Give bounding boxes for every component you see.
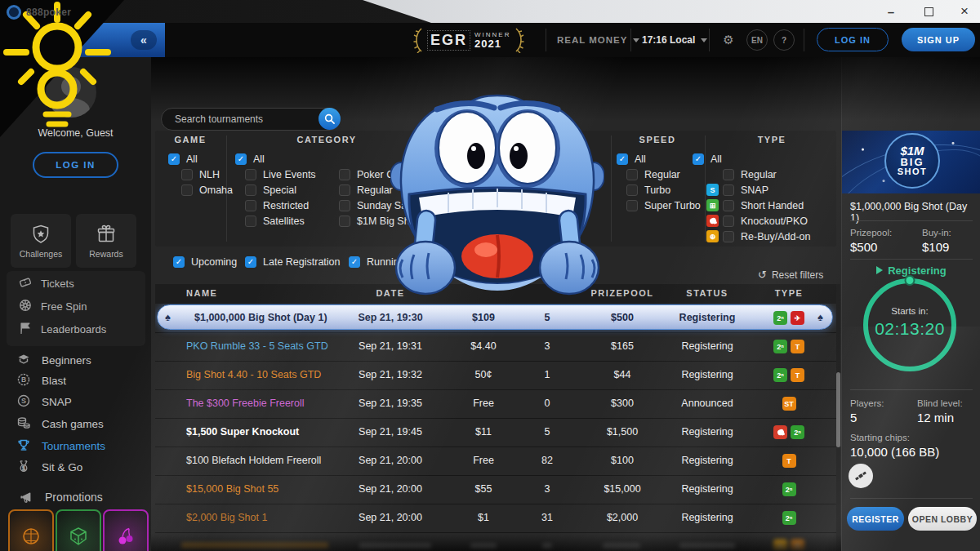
checkbox[interactable]: ✓ — [235, 153, 247, 165]
tournament-row[interactable]: $100 Blefach Holdem FreerollSep 21, 20:0… — [155, 447, 836, 476]
checkbox[interactable] — [626, 184, 638, 196]
filter-option-satellites[interactable]: Satellites — [235, 213, 316, 229]
checkbox[interactable] — [245, 200, 256, 211]
cell-prize: $2,000 — [573, 512, 671, 523]
filter-option-live-events[interactable]: Live Events — [235, 167, 316, 182]
status-filter-late-registration[interactable]: ✓Late Registration — [245, 255, 341, 269]
search-button[interactable] — [318, 108, 341, 130]
checkbox[interactable] — [339, 184, 350, 196]
money-mode-dropdown[interactable]: REAL MONEY — [557, 23, 639, 57]
open-lobby-button[interactable]: OPEN LOBBY — [908, 507, 977, 531]
filter-option-special[interactable]: Special — [235, 182, 316, 198]
header-status[interactable]: STATUS — [658, 288, 756, 298]
checkbox[interactable] — [245, 184, 256, 196]
filter-option-regular[interactable]: Regular — [693, 167, 810, 182]
checkbox[interactable] — [181, 184, 193, 196]
tournament-row[interactable]: $2,000 Big Shot 1Sep 21, 20:00$131$2,000… — [155, 504, 836, 533]
filter-option-restricted[interactable]: Restricted — [235, 198, 316, 213]
top-navbar: « EGR WINNER 2021 REAL MONEY 17:16 Local — [0, 23, 980, 57]
filter-option-snap[interactable]: SSNAP — [693, 182, 810, 198]
filter-option-all[interactable]: ✓All — [168, 151, 233, 167]
casino-cherries-tile[interactable] — [103, 509, 149, 551]
tournament-row[interactable]: +T — [155, 532, 836, 551]
filter-option-knockout-pko[interactable]: Knockout/PKO — [693, 213, 810, 229]
rewards-card[interactable]: Rewards — [76, 214, 136, 268]
checkbox[interactable] — [339, 216, 350, 227]
filter-option-all[interactable]: ✓All — [617, 151, 701, 167]
tournament-row[interactable]: The $300 Freebie FreerollSep 21, 19:35Fr… — [155, 389, 836, 419]
scrollbar-thumb[interactable] — [836, 372, 840, 447]
cell-name: $15,000 Big Shot 55 — [186, 483, 278, 495]
settings-gear-icon[interactable]: ⚙ — [722, 33, 735, 47]
checkbox[interactable]: ✓ — [173, 256, 185, 268]
checkbox[interactable]: ✓ — [168, 153, 180, 165]
checkbox[interactable]: ✓ — [245, 256, 256, 268]
checkbox[interactable]: ✓ — [693, 153, 704, 165]
local-time-dropdown[interactable]: 17:16 Local — [642, 23, 707, 57]
checkbox[interactable] — [626, 169, 638, 180]
register-button[interactable]: REGISTER — [847, 507, 904, 531]
checkbox[interactable] — [339, 169, 350, 180]
header-type[interactable]: TYPE — [750, 288, 828, 298]
filter-option-re-buy-add-on[interactable]: ⊕Re-Buy/Add-on — [693, 229, 810, 244]
checkbox[interactable] — [723, 184, 734, 196]
sports-tile[interactable] — [8, 509, 54, 551]
close-button[interactable]: × — [951, 0, 978, 23]
cell-prize: $100 — [573, 455, 671, 466]
checkbox[interactable] — [723, 216, 734, 227]
minimize-button[interactable]: – — [877, 0, 905, 23]
login-button[interactable]: LOG IN — [817, 28, 889, 51]
checkbox[interactable] — [723, 200, 734, 211]
sidebar-item-tickets[interactable]: Tickets — [18, 274, 74, 292]
checkbox[interactable]: ✓ — [617, 153, 628, 165]
tournament-row[interactable]: ♠♠$1,000,000 Big Shot (Day 1)Sep 21, 19:… — [155, 304, 836, 333]
filter-option-nlh[interactable]: NLH — [168, 167, 233, 182]
sidebar-item-blast[interactable]: BBlast — [16, 370, 66, 391]
checkbox[interactable] — [245, 216, 256, 227]
casino-dice-tile[interactable] — [56, 509, 101, 551]
tournament-row[interactable]: $1,500 Super KnockoutSep 21, 19:45$115$1… — [155, 418, 836, 447]
search-input[interactable] — [173, 109, 315, 130]
sidebar-item-tournaments[interactable]: Tournaments — [16, 435, 105, 456]
header-name[interactable]: NAME — [186, 288, 217, 298]
reset-filters-button[interactable]: ↺ Reset filters — [758, 269, 823, 281]
cell-date: Sep 21, 19:45 — [341, 426, 439, 438]
challenges-card[interactable]: Challenges — [11, 214, 71, 268]
filter-option-all[interactable]: ✓All — [693, 151, 810, 167]
collapse-sidebar-button[interactable]: « — [131, 30, 157, 50]
checkbox[interactable] — [723, 169, 734, 180]
signup-button[interactable]: SIGN UP — [902, 28, 975, 51]
status-filter-upcoming[interactable]: ✓Upcoming — [173, 255, 237, 269]
filter-option-super-turbo[interactable]: Super Turbo — [617, 198, 701, 213]
checkbox[interactable] — [245, 169, 256, 180]
filter-option-turbo[interactable]: Turbo — [617, 182, 701, 198]
help-button[interactable]: ? — [773, 29, 795, 51]
tournament-row[interactable]: PKO Rumble 33 - 5 Seats GTDSep 21, 19:31… — [155, 332, 836, 362]
maximize-button[interactable] — [915, 0, 942, 23]
checkbox[interactable] — [626, 200, 638, 211]
sidebar-login-button[interactable]: LOG IN — [33, 152, 118, 178]
table-scrollbar[interactable] — [836, 284, 840, 551]
sidebar-item-beginners[interactable]: Beginners — [16, 349, 91, 371]
sidebar-item-promotions[interactable]: Promotions — [20, 487, 103, 508]
filter-option-omaha[interactable]: Omaha — [168, 182, 233, 198]
spade-icon: ♠ — [165, 311, 171, 323]
satellite-button[interactable] — [849, 464, 873, 488]
checkbox[interactable] — [181, 169, 193, 180]
filter-option-label: Omaha — [199, 184, 233, 196]
sidebar-item-sit-go[interactable]: 1Sit & Go — [16, 456, 82, 478]
checkbox[interactable]: ✓ — [349, 256, 360, 268]
filter-option-short-handed[interactable]: ⊞Short Handed — [693, 198, 810, 213]
filter-option-regular[interactable]: Regular — [617, 167, 701, 182]
sidebar-item-snap[interactable]: SSNAP — [16, 391, 72, 412]
checkbox[interactable] — [723, 231, 734, 242]
filter-option-all[interactable]: ✓All — [235, 151, 316, 167]
sidebar-item-cash-games[interactable]: Cash games — [16, 413, 104, 434]
tournament-row[interactable]: $15,000 Big Shot 55Sep 21, 20:00$553$15,… — [155, 475, 836, 504]
checkbox[interactable] — [339, 200, 350, 211]
sidebar-item-leaderboards[interactable]: Leaderboards — [18, 320, 106, 338]
language-button[interactable]: EN — [746, 29, 768, 51]
tournament-row[interactable]: Big Shot 4.40 - 10 Seats GTDSep 21, 19:3… — [155, 361, 836, 390]
buyin-label: Buy-in: — [922, 228, 951, 238]
sidebar-item-free-spin[interactable]: Free Spin — [18, 297, 87, 315]
